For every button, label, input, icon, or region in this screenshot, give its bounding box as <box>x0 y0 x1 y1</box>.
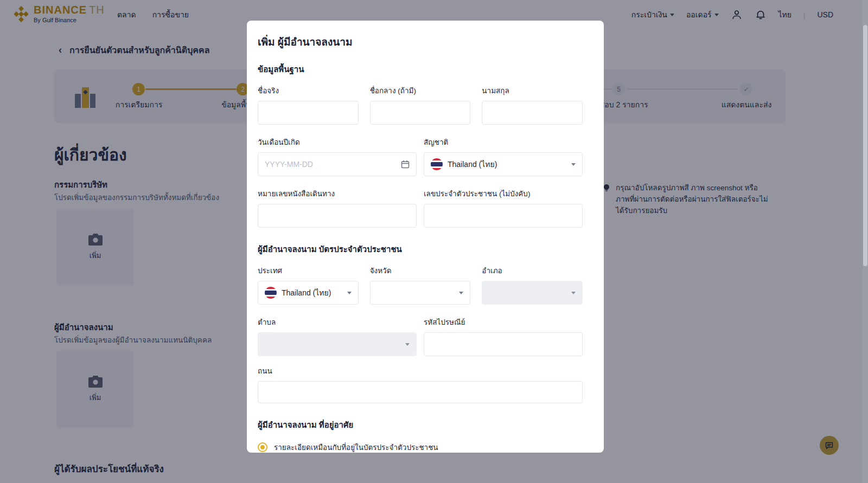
district-label: อำเภอ <box>482 265 583 276</box>
screen: BINANCETH By Gulf Binance ตลาด การซื้อขา… <box>0 0 868 483</box>
middle-name-label: ชื่อกลาง (ถ้ามี) <box>370 85 471 96</box>
last-name-label: นามสกุล <box>482 85 583 96</box>
add-signatory-modal: ✕ เพิ่ม ผู้มีอำนาจลงนาม ข้อมูลพื้นฐาน ชื… <box>247 21 604 453</box>
chevron-down-icon <box>405 343 410 346</box>
last-name-input[interactable] <box>482 101 583 125</box>
chevron-down-icon <box>459 292 463 294</box>
dob-input[interactable]: YYYY-MM-DD <box>258 152 417 176</box>
id-card-section-title: ผู้มีอำนาจลงนาม บัตรประจำตัวประชาชน <box>258 243 583 256</box>
country-select[interactable]: Thailand (ไทย) <box>258 281 359 305</box>
chevron-down-icon <box>347 292 352 294</box>
street-label: ถนน <box>258 365 583 377</box>
radio-selected-icon[interactable] <box>258 442 267 452</box>
basic-info-section-title: ข้อมูลพื้นฐาน <box>258 63 583 76</box>
postal-code-label: รหัสไปรษณีย์ <box>424 316 583 328</box>
chevron-down-icon <box>571 292 576 294</box>
page-scrollbar-thumb[interactable] <box>863 25 867 266</box>
district-select[interactable] <box>482 281 583 305</box>
subdistrict-label: ตำบล <box>258 316 417 328</box>
page-scrollbar[interactable] <box>863 0 868 483</box>
nationality-label: สัญชาติ <box>424 136 583 148</box>
country-label: ประเทศ <box>258 265 359 276</box>
thailand-flag-icon <box>265 287 277 299</box>
postal-code-input[interactable] <box>424 332 583 356</box>
passport-input[interactable] <box>258 204 417 228</box>
province-select[interactable] <box>370 281 471 305</box>
first-name-label: ชื่อจริง <box>258 85 359 96</box>
province-label: จังหวัด <box>370 265 471 276</box>
modal-title: เพิ่ม ผู้มีอำนาจลงนาม <box>258 34 583 50</box>
subdistrict-select[interactable] <box>258 332 417 356</box>
middle-name-input[interactable] <box>370 101 471 125</box>
residence-section-title: ผู้มีอำนาจลงนาม ที่อยู่อาศัย <box>258 418 583 432</box>
dob-label: วันเดือนปีเกิด <box>258 136 417 148</box>
chevron-down-icon <box>571 163 576 166</box>
calendar-icon <box>401 160 410 169</box>
passport-label: หมายเลขหนังสือเดินทาง <box>258 188 417 199</box>
national-id-label: เลขประจำตัวประชาชน (ไม่บังคับ) <box>424 188 583 199</box>
national-id-input[interactable] <box>424 204 583 228</box>
thailand-flag-icon <box>431 158 443 170</box>
street-input[interactable] <box>258 381 583 403</box>
same-address-radio[interactable]: รายละเอียดเหมือนกับที่อยู่ในบัตรประจำตัว… <box>258 441 583 453</box>
nationality-select[interactable]: Thailand (ไทย) <box>424 152 583 176</box>
first-name-input[interactable] <box>258 101 359 125</box>
